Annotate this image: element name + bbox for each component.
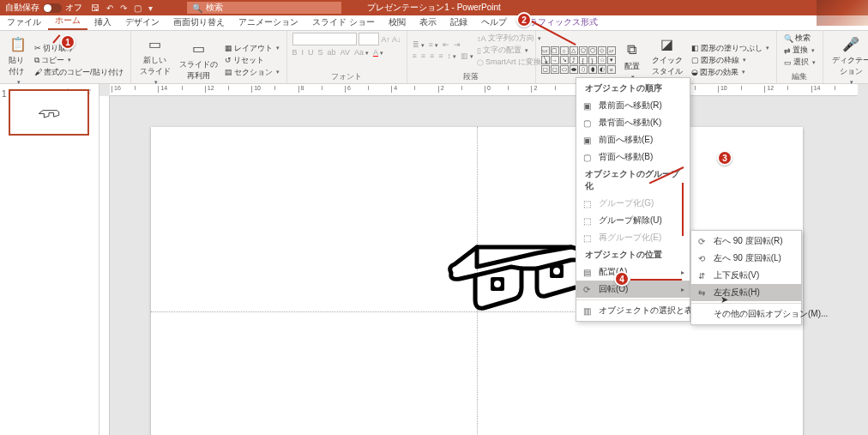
increase-indent-icon[interactable]: ⇥ [454,40,461,49]
undo-icon[interactable]: ↶ [106,3,113,13]
menu-rotate-left-90[interactable]: ⟲左へ 90 度回転(L) [691,250,801,267]
tab-slideshow[interactable]: スライド ショー [305,14,382,30]
change-case-icon[interactable]: Aa [354,48,369,57]
shape-icon[interactable]: △ [570,46,578,55]
shape-icon[interactable]: ≡ [607,65,616,74]
shape-icon[interactable]: { [579,56,588,64]
search-box[interactable]: 🔍 検索 [187,2,341,14]
tab-design[interactable]: デザイン [118,14,166,30]
menu-flip-vertical[interactable]: ⇵上下反転(V) [691,267,801,284]
menu-align[interactable]: ▤配置(A)▸ [576,263,690,281]
bullets-icon[interactable]: ≣ [413,40,425,49]
slide-thumbnail[interactable]: 1 [9,89,90,136]
menu-send-to-back[interactable]: ▢最背面へ移動(K) [576,114,690,131]
reset-button[interactable]: ↺リセット [223,55,281,66]
tab-help[interactable]: ヘルプ [474,14,514,30]
align-left-icon[interactable]: ≡ [413,51,417,60]
bold-icon[interactable]: B [292,48,298,57]
shape-icon[interactable]: ⬡ [588,46,597,55]
shape-icon[interactable]: ◇ [598,46,606,55]
menu-send-backward[interactable]: ▢背面へ移動(B) [576,148,690,166]
decrease-indent-icon[interactable]: ⇤ [443,40,449,49]
decrease-font-icon[interactable]: A↓ [392,35,401,44]
tab-review[interactable]: 校閲 [382,14,413,30]
section-button[interactable]: ▤セクション [223,67,281,78]
layout-button[interactable]: ▦レイアウト [223,43,281,54]
shape-icon[interactable]: ▢ [551,46,559,55]
columns-icon[interactable]: ▥ [461,51,473,60]
menu-more-rotation-options[interactable]: その他の回転オプション(M)... [691,305,801,323]
shapes-gallery[interactable]: ▭▢○△⬠⬡◇▱ ╲→↘⤴{}☆▾ ◻◻⬭⬬⬯⬮◐≡ [541,46,616,74]
cut-button[interactable]: ✂切り取り [33,43,125,54]
underline-icon[interactable]: U [308,48,314,57]
menu-ungroup[interactable]: ⬚グループ解除(U) [576,212,690,229]
replace-button[interactable]: ⇄置換 [782,45,817,56]
italic-icon[interactable]: I [302,48,304,57]
copy-button[interactable]: ⧉コピー [33,55,125,66]
shape-fill-button[interactable]: ◧図形の塗りつぶし [690,43,771,54]
tab-view[interactable]: 表示 [413,14,443,30]
shape-icon[interactable]: ⬭ [560,65,569,74]
tab-animations[interactable]: アニメーション [232,14,305,30]
justify-icon[interactable]: ≡ [438,51,443,60]
shape-icon[interactable]: → [551,56,559,64]
qat-more-icon[interactable]: ▾ [148,3,153,13]
format-painter-button[interactable]: 🖌書式のコピー/貼り付け [33,67,125,78]
start-from-beginning-icon[interactable]: ▢ [134,3,142,13]
numbering-icon[interactable]: ≡ [429,40,438,49]
graphic-object-glasses[interactable] [443,226,588,315]
select-label: 選択 [793,57,809,68]
find-button[interactable]: 🔍検索 [782,33,817,44]
save-icon[interactable]: 🖫 [91,3,99,13]
tab-transitions[interactable]: 画面切り替え [166,14,232,30]
menu-flip-horizontal[interactable]: ⇆左右反転(H) ➤ [691,284,801,301]
shape-icon[interactable]: ⬬ [570,65,578,74]
tab-record[interactable]: 記録 [443,14,474,30]
shape-effects-label: 図形の効果 [700,67,738,78]
menu-bring-forward[interactable]: ▣前面へ移動(E) [576,131,690,148]
dictate-button[interactable]: 🎤 ディクテー ション [829,33,868,88]
tab-insert[interactable]: 挿入 [87,14,118,30]
menu-rotate-right-90[interactable]: ⟳右へ 90 度回転(R) [691,233,801,250]
shape-icon[interactable]: ☆ [598,56,606,64]
tab-file[interactable]: ファイル [0,14,48,30]
character-spacing-icon[interactable]: AV [341,48,350,57]
shape-icon[interactable]: ⬮ [588,65,597,74]
shape-outline-button[interactable]: ▢図形の枠線 [690,55,771,66]
line-spacing-icon[interactable]: ↕ [448,51,457,60]
new-slide-button[interactable]: ▭ 新しい スライド [136,33,174,88]
shape-icon[interactable]: ⬯ [579,65,588,74]
shape-icon[interactable]: ⤴ [570,56,578,64]
shape-icon[interactable]: ◻ [551,65,559,74]
arrange-button[interactable]: ⧉ 配置 [619,39,645,82]
menu-rotate[interactable]: ⟳回転(O)▸ [576,281,690,298]
redo-icon[interactable]: ↷ [120,3,127,13]
tab-home[interactable]: ホーム [48,12,87,30]
shape-icon[interactable]: ◐ [598,65,606,74]
shape-icon[interactable]: ⬠ [579,46,588,55]
shape-icon[interactable]: ↘ [560,56,569,64]
text-shadow-icon[interactable]: ab [328,48,336,57]
align-center-icon[interactable]: ≡ [421,51,425,60]
shape-effects-button[interactable]: ◒図形の効果 [690,67,771,78]
select-button[interactable]: ▭選択 [782,57,817,68]
font-color-icon[interactable]: A [373,48,383,57]
shape-icon[interactable]: ◻ [541,65,550,74]
font-size-combo[interactable] [359,33,380,45]
increase-font-icon[interactable]: A↑ [381,35,390,44]
shape-icon[interactable]: ▾ [607,56,616,64]
toggle-switch-icon[interactable] [43,3,62,13]
align-right-icon[interactable]: ≡ [430,51,434,60]
menu-selection-pane[interactable]: ▥オブジェクトの選択と表示(P)... [576,302,690,319]
paste-button[interactable]: 📋 貼り付け [5,33,31,88]
shape-icon[interactable]: } [588,56,597,64]
shape-icon[interactable]: ▱ [607,46,616,55]
shape-icon[interactable]: ▭ [541,46,550,55]
strikethrough-icon[interactable]: S [318,48,323,57]
menu-bring-to-front[interactable]: ▣最前面へ移動(R) [576,97,690,114]
reuse-slides-button[interactable]: ▭ スライドの 再利用 [176,37,221,83]
shape-icon[interactable]: ○ [560,46,569,55]
shape-icon[interactable]: ╲ [541,56,550,64]
font-family-combo[interactable] [292,33,357,45]
horizontal-ruler: 1614121086420246810121416 [110,84,858,96]
